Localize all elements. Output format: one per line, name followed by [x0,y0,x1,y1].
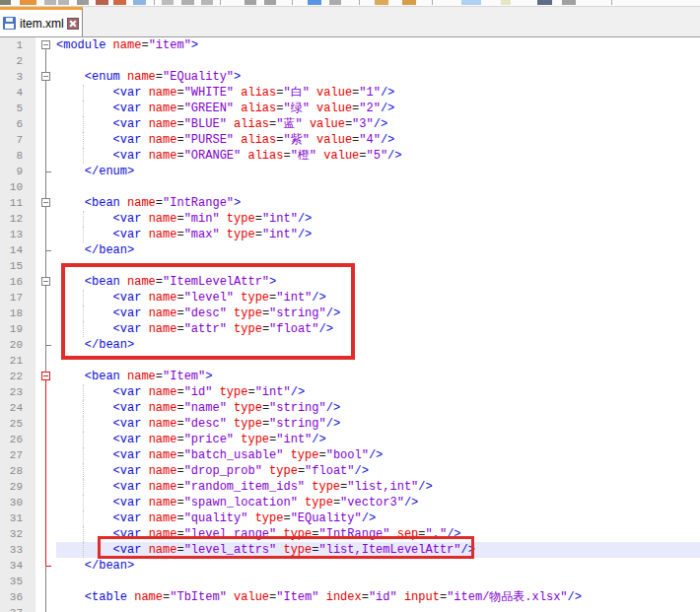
code-text[interactable] [56,605,700,612]
line-number[interactable]: 18 [0,306,35,321]
line-number[interactable]: 9 [0,164,35,179]
code-line[interactable]: 22 <bean name="Item"> [0,369,700,384]
toolbar-button-fragment[interactable] [329,0,341,5]
code-text[interactable]: <table name="TbItem" value="Item" index=… [56,589,700,605]
line-number[interactable]: 33 [0,542,35,558]
code-line[interactable]: 4 <var name="WHITE" alias="白" value="1"/… [0,85,700,101]
line-number[interactable]: 17 [0,290,35,306]
line-number[interactable]: 8 [0,148,35,164]
code-text[interactable]: <var name="price" type="int"/> [56,432,700,447]
code-text[interactable]: <var name="desc" type="string"/> [56,306,700,321]
code-line[interactable]: 17 <var name="level" type="int"/> [0,290,700,306]
toolbar-button-fragment[interactable] [44,0,56,5]
code-text[interactable]: <bean name="Item"> [56,369,700,384]
line-number[interactable]: 24 [0,400,35,416]
line-number[interactable]: 23 [0,384,35,400]
code-line[interactable]: 35 [0,574,700,589]
code-text[interactable]: <bean name="ItemLevelAttr"> [56,274,700,290]
code-line[interactable]: 18 <var name="desc" type="string"/> [0,306,700,321]
code-text[interactable]: <var name="desc" type="string"/> [56,416,700,432]
code-text[interactable]: <var name="batch_usable" type="bool"/> [56,447,700,463]
toolbar-button-fragment[interactable] [0,0,11,5]
code-text[interactable] [56,258,700,274]
code-line[interactable]: 5 <var name="GREEN" alias="绿" value="2"/… [0,101,700,116]
code-line[interactable]: 34 </bean> [0,558,700,574]
line-number[interactable]: 34 [0,558,35,574]
code-text[interactable]: </enum> [56,164,700,179]
toolbar-button-fragment[interactable] [201,0,213,5]
fold-collapse-icon[interactable] [35,274,56,290]
toolbar-button-fragment[interactable] [245,0,256,5]
code-text[interactable]: <var name="drop_prob" type="float"/> [56,463,700,479]
line-number[interactable]: 19 [0,321,35,337]
caret-line-text[interactable]: <var name="level_attrs" type="list,ItemL… [56,542,700,558]
code-text[interactable]: <var name="PURSE" alias="紫" value="4"/> [56,132,700,148]
line-number[interactable]: 16 [0,274,35,290]
toolbar-button-fragment[interactable] [308,0,321,5]
fold-collapse-icon[interactable] [35,69,56,85]
code-text[interactable]: <var name="GREEN" alias="绿" value="2"/> [56,101,700,116]
toolbar-button-fragment[interactable] [96,0,108,5]
fold-collapse-icon[interactable] [35,37,56,53]
code-text[interactable] [56,353,700,369]
toolbar-button-fragment[interactable] [77,0,89,5]
code-line[interactable]: 1<module name="item"> [0,37,700,53]
fold-collapse-icon[interactable] [35,369,56,384]
code-text[interactable]: <bean name="IntRange"> [56,195,700,211]
toolbar-button-fragment[interactable] [20,0,36,5]
code-line[interactable]: 26 <var name="price" type="int"/> [0,432,700,447]
toolbar-button-fragment[interactable] [402,0,416,5]
code-text[interactable]: </bean> [56,242,700,258]
code-line[interactable]: 6 <var name="BLUE" alias="蓝" value="3"/> [0,116,700,132]
code-text[interactable]: <var name="id" type="int"/> [56,384,700,400]
code-line[interactable]: 23 <var name="id" type="int"/> [0,384,700,400]
line-number[interactable]: 32 [0,526,35,542]
code-line[interactable]: 19 <var name="attr" type="float"/> [0,321,700,337]
line-number[interactable]: 21 [0,353,35,369]
toolbar-button-fragment[interactable] [537,0,552,5]
code-text[interactable]: <var name="name" type="string"/> [56,400,700,416]
line-number[interactable]: 31 [0,510,35,526]
code-line[interactable]: 11 <bean name="IntRange"> [0,195,700,211]
code-line[interactable]: 21 [0,353,700,369]
code-text[interactable]: </bean> [56,337,700,353]
line-number[interactable]: 28 [0,463,35,479]
code-text[interactable]: <var name="spawn_location" type="vector3… [56,495,700,510]
line-number[interactable]: 30 [0,495,35,510]
fold-collapse-icon[interactable] [35,195,56,211]
code-text[interactable]: <enum name="EQuality"> [56,69,700,85]
code-line[interactable]: 10 [0,179,700,195]
code-text[interactable]: <var name="random_item_ids" type="list,i… [56,479,700,495]
code-line[interactable]: 30 <var name="spawn_location" type="vect… [0,495,700,510]
toolbar-button-fragment[interactable] [181,0,194,5]
code-text[interactable]: <var name="WHITE" alias="白" value="1"/> [56,85,700,101]
line-number[interactable]: 15 [0,258,35,274]
code-text[interactable]: </bean> [56,558,700,574]
line-number[interactable]: 13 [0,227,35,242]
code-line[interactable]: 16 <bean name="ItemLevelAttr"> [0,274,700,290]
code-text[interactable]: <var name="ORANGE" alias="橙" value="5"/> [56,148,700,164]
tab-item-xml[interactable]: item.xml [0,7,83,36]
line-number[interactable]: 35 [0,574,35,589]
toolbar-button-fragment[interactable] [133,0,146,5]
toolbar-button-fragment[interactable] [501,0,511,5]
line-number[interactable]: 12 [0,211,35,227]
toolbar-button-fragment[interactable] [58,0,69,5]
code-text[interactable] [56,179,700,195]
code-line[interactable]: 7 <var name="PURSE" alias="紫" value="4"/… [0,132,700,148]
code-text[interactable]: <var name="quality" type="EQuality"/> [56,510,700,526]
code-text[interactable]: <var name="level_range" type="IntRange" … [56,526,700,542]
code-line[interactable]: 2 [0,53,700,69]
line-number[interactable]: 6 [0,116,35,132]
code-text[interactable] [56,574,700,589]
code-text[interactable]: <var name="attr" type="float"/> [56,321,700,337]
code-line[interactable]: 13 <var name="max" type="int"/> [0,227,700,242]
line-number[interactable]: 11 [0,195,35,211]
code-line[interactable]: 36 <table name="TbItem" value="Item" ind… [0,589,700,605]
code-line[interactable]: 15 [0,258,700,274]
toolbar-button-fragment[interactable] [375,0,388,5]
code-line[interactable]: 24 <var name="name" type="string"/> [0,400,700,416]
close-tab-icon[interactable] [67,18,79,30]
line-number[interactable]: 2 [0,53,35,69]
toolbar-button-fragment[interactable] [113,0,126,5]
